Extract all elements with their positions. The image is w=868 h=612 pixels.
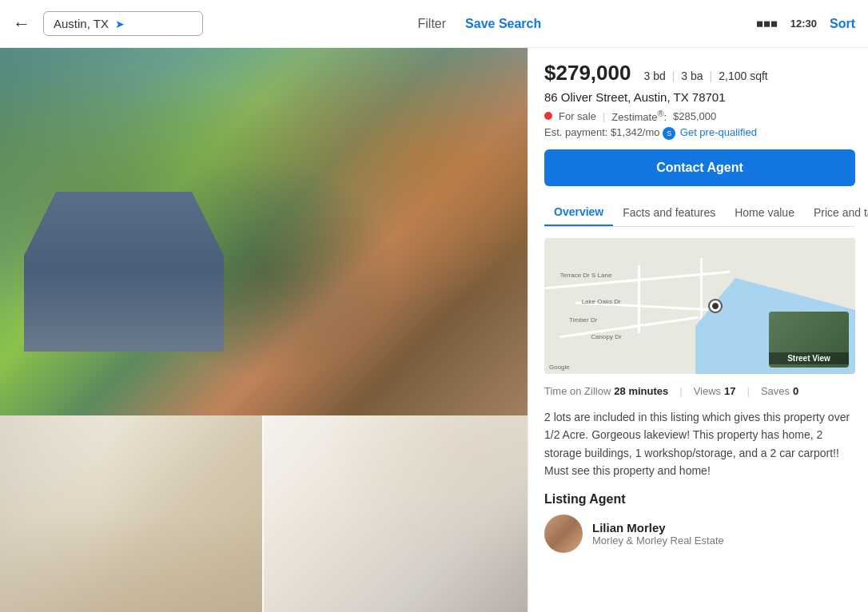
main-photo-image (0, 48, 528, 415)
search-box[interactable]: Austin, TX ➤ (43, 11, 203, 36)
property-map[interactable]: Terrace Dr S Lane Lake Oaks Dr Timber Dr… (544, 238, 855, 374)
sqft-stat: 2,100 sqft (719, 70, 768, 82)
property-description: 2 lots are included in this listing whic… (544, 408, 855, 480)
stat-divider-2: | (710, 70, 713, 82)
time-on-zillow-label: Time on Zillow (544, 385, 611, 397)
agent-info: Lilian Morley Morley & Morley Real Estat… (592, 521, 724, 546)
wifi-icon: ◼◼◼ (756, 18, 778, 29)
map-label-3: Timber Dr (569, 316, 597, 324)
est-payment-row: Est. payment: $1,342/mo S Get pre-qualif… (544, 126, 855, 140)
zestimate-label: Zestimate®: (611, 109, 667, 123)
photo-living-room[interactable] (264, 415, 528, 612)
navigation-icon: ➤ (115, 18, 125, 30)
photo-kitchen[interactable] (0, 415, 264, 612)
agent-row: Lilian Morley Morley & Morley Real Estat… (544, 515, 855, 553)
divider: | (603, 110, 605, 122)
google-watermark: Google (549, 364, 570, 371)
time-on-zillow-stat: Time on Zillow 28 minutes (544, 385, 668, 397)
est-payment-value: $1,342/mo (611, 126, 659, 138)
listing-stats-row: Time on Zillow 28 minutes | Views 17 | S… (544, 385, 855, 397)
listing-agent-heading: Listing Agent (544, 492, 855, 507)
sort-button[interactable]: Sort (830, 17, 855, 31)
photo-bottom-row (0, 415, 528, 612)
saves-label: Saves (761, 385, 790, 397)
for-sale-row: For sale | Zestimate®: $285,000 (544, 109, 855, 123)
back-button[interactable]: ← (13, 14, 30, 34)
street-view-button[interactable] (769, 312, 849, 368)
saves-value: 0 (793, 385, 798, 397)
tab-price-tax[interactable]: Price and tax his… (804, 200, 868, 225)
map-label-2: Lake Oaks Dr (582, 298, 621, 305)
zillow-icon: S (663, 127, 675, 140)
header-center: Filter Save Search (418, 17, 542, 31)
agent-avatar (544, 515, 583, 553)
map-background: Terrace Dr S Lane Lake Oaks Dr Timber Dr… (544, 238, 855, 374)
header-right: ◼◼◼ 12:30 Sort (756, 17, 855, 31)
zestimate-value: $285,000 (673, 110, 716, 122)
filter-button[interactable]: Filter (418, 17, 447, 31)
map-road-4 (638, 265, 640, 333)
map-label-4: Canopy Dr (591, 333, 621, 340)
property-address: 86 Oliver Street, Austin, TX 78701 (544, 90, 855, 104)
agent-name: Lilian Morley (592, 521, 724, 535)
details-panel: $279,000 3 bd | 3 ba | 2,100 sqft 86 Oli… (528, 48, 868, 612)
tab-overview[interactable]: Overview (544, 199, 613, 226)
main-photo[interactable] (0, 48, 528, 415)
tab-facts[interactable]: Facts and features (613, 200, 725, 225)
beds-stat: 3 bd (643, 70, 665, 82)
views-value: 17 (724, 385, 735, 397)
est-payment-label: Est. payment: (544, 126, 607, 138)
agent-company: Morley & Morley Real Estate (592, 535, 724, 546)
stats-divider-1: | (679, 385, 682, 397)
time-display: 12:30 (790, 18, 817, 30)
main-content: $279,000 3 bd | 3 ba | 2,100 sqft 86 Oli… (0, 48, 868, 612)
stats-divider-2: | (747, 385, 750, 397)
map-label-1: Terrace Dr S Lane (559, 272, 611, 279)
property-tabs: Overview Facts and features Home value P… (544, 199, 855, 227)
views-stat: Views 17 (694, 385, 736, 397)
save-search-button[interactable]: Save Search (465, 17, 541, 31)
for-sale-dot (544, 112, 552, 120)
pre-qualified-link[interactable]: Get pre-qualified (680, 126, 757, 138)
saves-stat: Saves 0 (761, 385, 798, 397)
map-pin (710, 300, 721, 312)
time-on-zillow-value: 28 minutes (614, 385, 668, 397)
stat-divider-1: | (672, 70, 675, 82)
photos-panel (0, 48, 528, 612)
baths-stat: 3 ba (681, 70, 703, 82)
for-sale-label: For sale (559, 110, 596, 122)
header-left: ← Austin, TX ➤ (13, 11, 203, 36)
search-value: Austin, TX (54, 17, 109, 30)
views-label: Views (694, 385, 721, 397)
contact-agent-button[interactable]: Contact Agent (544, 149, 855, 186)
app-header: ← Austin, TX ➤ Filter Save Search ◼◼◼ 12… (0, 0, 868, 48)
tab-home-value[interactable]: Home value (725, 200, 804, 225)
property-price: $279,000 (544, 61, 631, 85)
price-row: $279,000 3 bd | 3 ba | 2,100 sqft (544, 61, 855, 85)
property-stats: 3 bd | 3 ba | 2,100 sqft (643, 70, 767, 82)
